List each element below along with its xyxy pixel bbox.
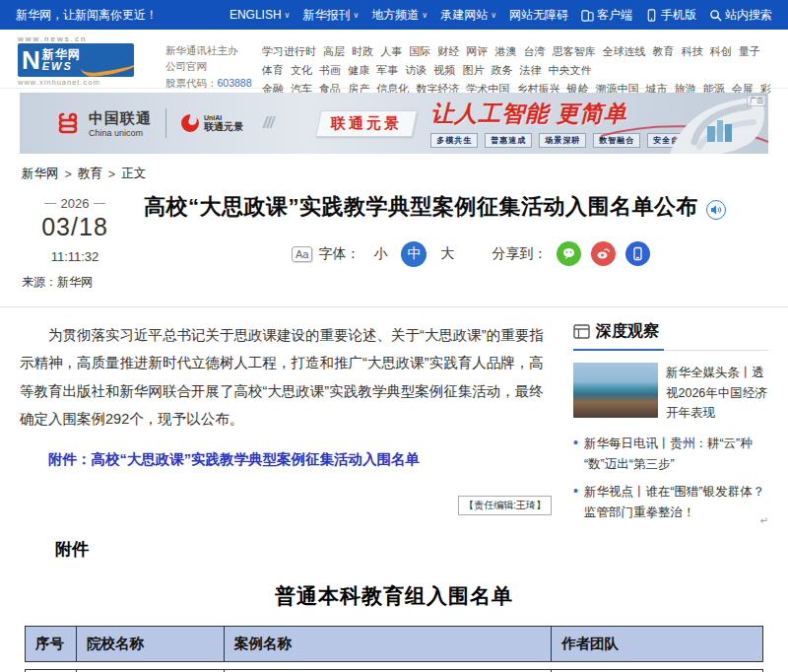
sidebar-header: 深度观察 [573, 321, 768, 351]
time: 11:11:32 [20, 249, 130, 264]
sidebar-list: •新华每日电讯丨贵州：耕“云”种“数”迈出“第三步” •新华视点丨谁在“围猎”银… [573, 434, 768, 523]
app-client-icon [581, 9, 594, 22]
font-medium-button[interactable]: 中 [401, 241, 427, 267]
unicom-brand: 中国联通 China unicom [53, 108, 152, 138]
org-info: 新华通讯社主办 公司官网 股票代码：603888 [165, 42, 256, 91]
banner-tag: 普惠速成 [485, 133, 532, 148]
banner-tag: 场景深耕 [539, 133, 586, 148]
attachment-link[interactable]: 附件：高校“大思政课”实践教学典型案例征集活动入围名单 [48, 450, 420, 469]
menu-accessibility[interactable]: 网站无障碍 [509, 7, 568, 24]
mobile-phone-icon [645, 9, 658, 22]
article-header: 2026 03/18 11:11:32 来源：新华网 高校“大思政课”实践教学典… [0, 192, 788, 291]
breadcrumb-education[interactable]: 教育 [78, 166, 102, 182]
stock-line: 股票代码：603888 [165, 75, 256, 91]
sidebar-featured-story[interactable]: 新华全媒头条丨透视2026年中国经济开年表现 [573, 363, 768, 424]
org-line1: 新华通讯社主办 [165, 42, 256, 58]
date-block: 2026 03/18 11:11:32 来源：新华网 [20, 192, 130, 291]
menu-mobile-version[interactable]: 手机版 [645, 7, 696, 24]
menu-english[interactable]: ENGLISH∨ [230, 8, 291, 22]
share-mobile-button[interactable] [625, 241, 650, 266]
chevron-down-icon: ∨ [422, 11, 427, 20]
breadcrumb-home[interactable]: 新华网 [22, 166, 59, 182]
banner-slashes: /// [263, 114, 273, 132]
top-bar: 新华网，让新闻离你更近！ ENGLISH∨ 新华报刊∨ 地方频道∨ 承建网站∨ … [0, 0, 788, 30]
article-body: 为贯彻落实习近平总书记关于思政课建设的重要论述、关于“大思政课”的重要指示精神，… [20, 321, 552, 522]
header-cell-team: 作者团队 [552, 627, 764, 661]
date: 03/18 [20, 213, 130, 241]
unicom-name-en: China unicom [89, 128, 152, 138]
featured-headline[interactable]: 新华全媒头条丨透视2026年中国经济开年表现 [666, 363, 768, 424]
source-name[interactable]: 新华网 [57, 275, 93, 289]
yuanjing-badge: 联通元景 [315, 110, 418, 137]
stock-code: 603888 [218, 77, 252, 89]
article-paragraph: 为贯彻落实习近平总书记关于思政课建设的重要论述、关于“大思政课”的重要指示精神，… [20, 321, 552, 433]
logo-url-bottom: www.xinhuanet.com [18, 78, 165, 87]
main-content: 为贯彻落实习近平总书记关于思政课建设的重要论述、关于“大思政课”的重要指示精神，… [0, 307, 788, 522]
table-header-row: 序号 院校名称 案例名称 作者团队 [25, 626, 763, 662]
breadcrumb: 新华网 > 教育 > 正文 [22, 166, 788, 182]
mobile-phone-icon [630, 246, 645, 261]
editor-credit: 【责任编辑:王琦】 [458, 496, 552, 515]
header-cell-seq: 序号 [26, 627, 77, 661]
list-item[interactable]: •新华每日电讯丨贵州：耕“云”种“数”迈出“第三步” [573, 434, 768, 474]
ad-label: 广告 [747, 95, 766, 106]
table-title: 普通本科教育组入围名单 [0, 582, 788, 610]
article-controls: Aa 字体： 小 中 大 分享到： [292, 241, 768, 267]
newspaper-icon [573, 324, 590, 339]
sidebar-title: 深度观察 [596, 321, 659, 342]
breadcrumb-article: 正文 [121, 166, 146, 182]
site-search[interactable]: 站内搜索 [709, 7, 772, 24]
featured-thumbnail[interactable] [573, 363, 658, 418]
china-unicom-knot-icon [53, 108, 83, 138]
menu-local-channels[interactable]: 地方频道∨ [371, 7, 427, 24]
source-line: 来源：新华网 [20, 274, 130, 291]
bullet-icon: • [573, 482, 578, 522]
menu-app-client[interactable]: 客户端 [581, 7, 632, 24]
header-cell-case: 案例名称 [225, 627, 552, 661]
share-label: 分享到： [492, 245, 547, 263]
wechat-icon [561, 246, 576, 261]
chevron-down-icon: ∨ [285, 11, 291, 20]
bullet-icon: • [573, 434, 578, 474]
menu-xinhua-papers[interactable]: 新华报刊∨ [302, 7, 359, 24]
page: { "icons": { "chevron_down": "∨", "retur… [0, 0, 788, 672]
year: 2026 [20, 196, 130, 211]
share-weibo-button[interactable] [591, 241, 616, 266]
menu-hosted-sites[interactable]: 承建网站∨ [440, 7, 496, 24]
shortlist-table: 序号 院校名称 案例名称 作者团队 40 广西师范大学 新时代红色基因培根铸魂的… [25, 626, 763, 672]
attachment-section-label: 附件 [55, 538, 788, 561]
font-label: 字体： [318, 245, 360, 263]
uniai-brand: UniAI 联通元景 [180, 113, 243, 133]
font-size-icon: Aa [292, 246, 312, 262]
header-cell-school: 院校名称 [77, 627, 225, 661]
return-arrow-icon: ↵ [760, 515, 768, 526]
uniai-label-cn: 联通元景 [204, 121, 243, 132]
share-wechat-button[interactable] [557, 241, 581, 266]
audio-play-button[interactable] [706, 200, 726, 220]
list-item[interactable]: •新华视点丨谁在“围猎”银发群体？ 监管部门重拳整治！ [573, 482, 768, 522]
robot-hand-graphic [601, 93, 768, 154]
xinhuanet-logo[interactable]: www.news.cn N 新华网 EWS www.xinhuanet.com [18, 34, 165, 87]
unicom-name-cn: 中国联通 [89, 109, 152, 128]
chevron-down-icon: ∨ [353, 11, 359, 20]
logo-swoosh [80, 58, 134, 77]
uniai-label-en: UniAI [204, 114, 243, 122]
chevron-down-icon: ∨ [491, 11, 496, 20]
speaker-icon [710, 204, 722, 216]
font-large-button[interactable]: 大 [440, 245, 454, 263]
logo-url-top: www.news.cn [18, 34, 165, 43]
search-icon [709, 9, 722, 22]
masthead-nav-row1[interactable]: 学习进行时 高层 时政 人事 国际 财经 网评 港澳 台湾 思客智库 全球连线 … [262, 42, 774, 80]
logo-mark: N 新华网 EWS [18, 43, 134, 77]
masthead: www.news.cn N 新华网 EWS www.xinhuanet.com … [0, 30, 788, 89]
ad-banner-unicom[interactable]: 中国联通 China unicom UniAI 联通元景 /// 联通元景 让人… [20, 93, 768, 154]
site-slogan: 新华网，让新闻离你更近！ [16, 7, 158, 24]
sidebar-depth-watch: 深度观察 新华全媒头条丨透视2026年中国经济开年表现 •新华每日电讯丨贵州：耕… [573, 321, 768, 522]
banner-divider [165, 108, 166, 138]
uniai-flame-icon [180, 113, 200, 133]
font-small-button[interactable]: 小 [373, 245, 387, 263]
weibo-icon [596, 246, 611, 261]
banner-tag: 多模共生 [430, 133, 478, 148]
org-line2: 公司官网 [165, 58, 256, 74]
page-title: 高校“大思政课”实践教学典型案例征集活动入围名单公布 [144, 194, 698, 219]
